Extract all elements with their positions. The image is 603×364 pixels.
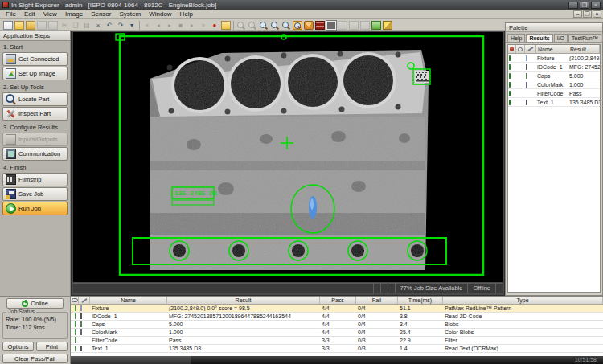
paste-icon[interactable]: ▤ [82,21,92,30]
blue-paint-mark-highlight [310,198,314,210]
menu-edit[interactable]: Edit [20,10,39,18]
menu-view[interactable]: View [39,10,61,18]
table-row-text[interactable]: Text_1 135 3485 D3 3/3 0/3 1.4 Read Text… [71,345,603,353]
minimize-button[interactable]: – [568,2,578,9]
get-connected-button[interactable]: Get Connected [2,52,68,66]
tool-extra-1-icon[interactable] [338,21,347,30]
step-back-icon[interactable]: ◂ [154,21,163,30]
palette-title: Palette [506,23,602,32]
cell-result: (2100.2,849.0) 0.0° score = 98.5 [167,305,320,311]
table-row-filtercode[interactable]: FilterCode Pass 3/3 0/3 22.9 Filter [71,337,603,345]
inspect-part-button[interactable]: Inspect Part [2,107,68,121]
tool-extra-2-icon[interactable] [349,21,359,30]
section-set-up-tools: 2. Set Up Tools [0,81,70,92]
cell-result: MFG: 2745201385712001896447885244163544 [167,313,320,319]
palette-row-text[interactable]: Text_1 135 3485 D3 [508,98,600,107]
region-frame-icon[interactable] [326,21,336,30]
cell-type: PatMax RedLine™ Pattern [443,305,603,311]
save-job-button[interactable]: Save Job [2,187,68,201]
cell-fail: 0/3 [356,346,398,351]
tab-io[interactable]: I/O [554,34,568,42]
col-name: Name [90,297,167,304]
table-row-fixture[interactable]: Fixture (2100.2,849.0) 0.0° score = 98.5… [71,305,603,313]
clear-passfail-button[interactable]: Clear Pass/Fail [2,354,68,363]
palette-row-idcode[interactable]: IDCode_1 MFG: 27452013857 [508,63,600,72]
fixture-tool-icon [80,305,82,311]
go-first-icon[interactable]: « [142,21,152,30]
palette-col-result: Result [568,45,600,53]
inputs-outputs-button: Inputs/Outputs [2,133,68,146]
dropdown-caret-icon[interactable]: ▾ [127,21,137,30]
communication-button[interactable]: Communication [2,147,68,161]
link-header-icon [72,298,78,302]
zoom-fit-icon[interactable] [293,21,302,30]
menu-image[interactable]: Image [61,10,87,18]
idcode-tool-icon [526,64,527,70]
undo-icon[interactable]: ↶ [105,21,114,30]
cell-fail: 0/4 [356,313,398,319]
zoom-tool-icon[interactable] [236,21,246,30]
menu-system[interactable]: System [115,10,145,18]
menu-sensor[interactable]: Sensor [87,10,115,18]
col-pass: Pass [320,297,356,304]
stop-icon[interactable]: ■ [176,21,186,30]
image-canvas[interactable]: 135 34B5 D3 [73,32,503,282]
tab-help[interactable]: Help [507,34,525,42]
user-access-icon[interactable] [304,21,314,30]
palette-row-caps[interactable]: Caps 5.000 [508,72,600,80]
mdi-restore-button[interactable]: ❒ [583,10,592,18]
copy-icon[interactable]: ❏ [71,21,80,30]
menu-help[interactable]: Help [176,10,197,18]
annotate-icon[interactable] [383,21,392,30]
print-button[interactable]: Print [36,342,68,351]
tool-extra-3-icon[interactable] [360,21,370,30]
mdi-minimize-button[interactable]: – [573,10,582,18]
table-row-colormark[interactable]: ColorMark 1.000 4/4 0/4 25.4 Color Blobs [71,329,603,337]
step-forward-icon[interactable]: ▸ [187,21,197,30]
delete-icon[interactable]: × [93,21,103,30]
print-preview-icon[interactable] [48,21,58,30]
menu-window[interactable]: Window [145,10,175,18]
new-job-icon[interactable] [3,21,13,30]
open-filmstrip-icon[interactable] [221,21,231,30]
status-segment [495,284,503,293]
filmstrip-button[interactable]: Filmstrip [2,173,68,186]
table-row-caps[interactable]: Caps 5.000 4/4 0/4 3.4 Blobs [71,321,603,329]
print-icon[interactable] [37,21,47,30]
cut-icon[interactable]: ✂ [59,21,69,30]
locate-part-button[interactable]: Locate Part [2,92,68,106]
menu-file[interactable]: File [2,10,20,18]
tab-results[interactable]: Results [526,34,552,42]
palette-cell-result: 135 3485 D3 [568,100,600,105]
close-button[interactable]: × [591,2,601,9]
zoom-in-icon[interactable] [259,21,269,30]
set-up-image-button[interactable]: Set Up Image [2,67,68,80]
zoom-out-icon[interactable] [270,21,280,30]
online-toggle-button[interactable]: Online [6,298,64,309]
palette-row-fixture[interactable]: Fixture (2100.2,849.0) 0.0 [508,54,600,63]
color-grid-icon[interactable] [315,21,325,30]
table-row-idcode[interactable]: IDCode_1 MFG: 27452013857120018964478852… [71,313,603,321]
mdi-close-button[interactable]: × [593,10,601,18]
measure-icon[interactable] [371,21,381,30]
tools-icon [6,108,16,119]
options-button[interactable]: Options [2,342,34,351]
cell-result: 5.000 [167,321,320,327]
play-icon[interactable]: ▸ [165,21,174,30]
toolbar-separator [233,21,234,30]
cell-result: 135 3485 D3 [167,346,320,351]
magnifier-icon [6,94,16,104]
pan-tool-icon[interactable] [248,21,257,30]
zoom-actual-icon[interactable] [281,21,291,30]
viewport-status-bar: 77% Job Size Available Offline [73,283,503,293]
open-job-icon[interactable] [14,21,24,30]
save-job-icon[interactable] [26,21,35,30]
run-job-button[interactable]: Run Job [2,202,68,215]
palette-row-colormark[interactable]: ColorMark 1.000 [508,80,600,89]
record-icon[interactable]: ● [210,21,219,30]
tab-testrun[interactable]: TestRun™ [568,34,601,42]
go-last-icon[interactable]: » [199,21,208,30]
restore-button[interactable]: ❒ [580,2,589,9]
palette-row-filtercode[interactable]: FilterCode Pass [508,89,600,98]
redo-icon[interactable]: ↷ [116,21,125,30]
